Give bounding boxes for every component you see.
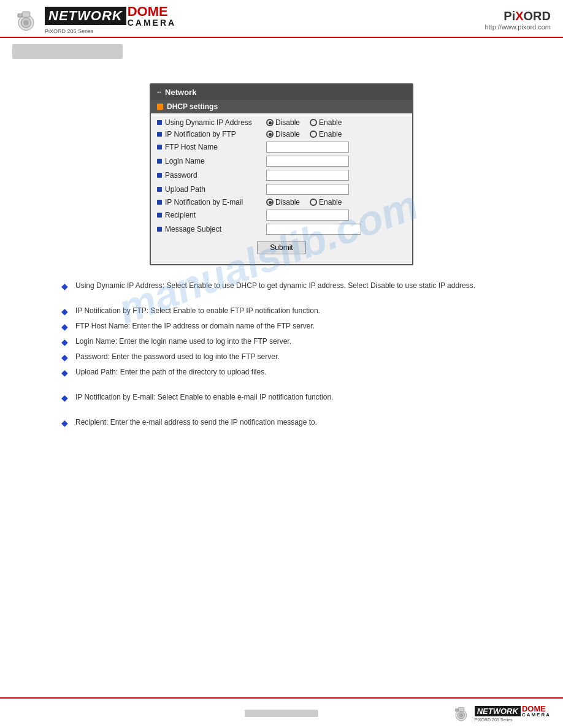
diamond-icon-7: ◆	[61, 393, 68, 403]
main-content: ▪▪ Network DHCP settings Using Dynamic I…	[0, 65, 563, 442]
diamond-icon-1: ◆	[61, 281, 68, 291]
label-ftp-notify: IP Notification by FTP	[157, 130, 261, 138]
diamond-icon-4: ◆	[61, 337, 68, 347]
bullet-text-4: Login Name: Enter the login name used to…	[75, 336, 291, 347]
bullet-login	[157, 159, 162, 164]
form-row-ftp-notify: IP Notification by FTP Disable Enable	[157, 130, 406, 138]
header-right: PiXORD http://www.pixord.com	[484, 9, 551, 31]
x-text: X	[515, 9, 523, 23]
form-row-ftp-host: FTP Host Name	[157, 142, 406, 153]
pixord-url: http://www.pixord.com	[484, 23, 551, 31]
svg-rect-3	[22, 12, 30, 17]
bullet-password	[157, 173, 162, 178]
nav-bar	[12, 44, 123, 59]
form-row-upload-path: Upload Path	[157, 184, 406, 195]
label-email-notify: IP Notification by E-mail	[157, 198, 261, 207]
ftp-host-input[interactable]	[266, 142, 349, 153]
form-row-password: Password	[157, 170, 406, 181]
footer-page-bar	[245, 710, 318, 717]
radio-disable-ftp[interactable]: Disable	[266, 130, 300, 138]
bullet-section: ◆ Using Dynamic IP Address: Select Enabl…	[37, 278, 526, 436]
form-row-login: Login Name	[157, 156, 406, 167]
footer-logo: NETWORK DOME CAMERA PiXORD 205 Series	[451, 703, 551, 723]
bullet-text-7: IP Notification by E-mail: Select Enable…	[75, 392, 333, 403]
radio-disable-email[interactable]: Disable	[266, 198, 300, 207]
password-input[interactable]	[266, 170, 349, 181]
label-upload-path: Upload Path	[157, 185, 261, 194]
svg-rect-9	[455, 709, 458, 711]
radio-enable-dynamic-btn[interactable]	[310, 119, 317, 126]
submit-button[interactable]: Submit	[257, 241, 305, 254]
bullet-item-2: ◆ IP Notification by FTP: Select Enable …	[61, 306, 502, 316]
footer-series: PiXORD 205 Series	[475, 718, 551, 722]
recipient-input[interactable]	[266, 210, 349, 221]
bullet-item-5: ◆ Password: Enter the password used to l…	[61, 352, 502, 362]
bullet-message-subject	[157, 227, 162, 232]
radio-enable-email-btn[interactable]	[310, 199, 317, 206]
bullet-item-4: ◆ Login Name: Enter the login name used …	[61, 336, 502, 347]
radio-disable-dynamic[interactable]: Disable	[266, 118, 300, 127]
camera-text-sub: CAMERA	[128, 18, 176, 27]
ord-text: ORD	[524, 9, 551, 23]
dome-text: DOME	[128, 5, 176, 18]
brand-logo: NETWORK DOME CAMERA PiXORD 205 Series	[45, 5, 176, 34]
label-login: Login Name	[157, 157, 261, 165]
radio-disable-dynamic-btn[interactable]	[266, 119, 274, 126]
section-icon	[157, 104, 163, 110]
footer-network-text: NETWORK	[475, 706, 521, 716]
bullet-item-6: ◆ Upload Path: Enter the path of the dir…	[61, 367, 502, 377]
title-icon: ▪▪	[157, 89, 161, 96]
form-row-dynamic-ip: Using Dynamic IP Address Disable Enable	[157, 118, 406, 127]
bullet-text-2: IP Notification by FTP: Select Enable to…	[75, 306, 320, 316]
page-header: NETWORK DOME CAMERA PiXORD 205 Series Pi…	[0, 0, 563, 38]
svg-point-7	[459, 713, 463, 717]
pi-text: Pi	[504, 9, 515, 23]
network-dialog: ▪▪ Network DHCP settings Using Dynamic I…	[150, 83, 413, 265]
form-row-email-notify: IP Notification by E-mail Disable Enable	[157, 198, 406, 207]
bullet-ftp-notify	[157, 132, 162, 137]
label-password: Password	[157, 171, 261, 180]
radio-email-notify: Disable Enable	[266, 198, 342, 207]
svg-rect-4	[18, 13, 22, 17]
bullet-upload-path	[157, 187, 162, 192]
label-message-subject: Message Subject	[157, 225, 261, 233]
bullet-text-3: FTP Host Name: Enter the IP address or d…	[75, 321, 315, 332]
label-dynamic-ip: Using Dynamic IP Address	[157, 118, 261, 127]
pixord-series: PiXORD 205 Series	[45, 28, 94, 34]
diamond-icon-5: ◆	[61, 352, 68, 362]
label-recipient: Recipient	[157, 211, 261, 219]
bullet-item-8: ◆ Recipient: Enter the e-mail address to…	[61, 417, 502, 428]
radio-enable-dynamic[interactable]: Enable	[310, 118, 342, 127]
diamond-icon-6: ◆	[61, 368, 68, 377]
svg-rect-8	[458, 707, 464, 711]
login-name-input[interactable]	[266, 156, 349, 167]
diamond-icon-2: ◆	[61, 306, 68, 316]
dome-camera-text: DOME CAMERA	[128, 5, 176, 27]
radio-enable-ftp[interactable]: Enable	[310, 130, 342, 138]
radio-enable-ftp-btn[interactable]	[310, 131, 317, 138]
radio-dynamic-ip: Disable Enable	[266, 118, 342, 127]
network-text: NETWORK	[45, 7, 126, 25]
form-row-recipient: Recipient	[157, 210, 406, 221]
upload-path-input[interactable]	[266, 184, 349, 195]
form-row-message-subject: Message Subject	[157, 224, 406, 235]
radio-enable-email[interactable]: Enable	[310, 198, 342, 207]
footer-camera-text: CAMERA	[522, 713, 551, 718]
bullet-text-8: Recipient: Enter the e-mail address to s…	[75, 417, 317, 428]
bullet-ftp-host	[157, 145, 162, 150]
message-subject-input[interactable]	[266, 224, 361, 235]
bullet-text-1: Using Dynamic IP Address: Select Enable …	[75, 281, 475, 291]
radio-disable-ftp-btn[interactable]	[266, 131, 274, 138]
footer-camera-icon	[451, 703, 471, 723]
dialog-title: Network	[165, 88, 196, 97]
bullet-text-5: Password: Enter the password used to log…	[75, 352, 280, 362]
pixord-brand-text: PiXORD	[484, 9, 551, 23]
footer-center	[245, 710, 318, 717]
radio-disable-email-btn[interactable]	[266, 199, 274, 206]
bullet-item-1: ◆ Using Dynamic IP Address: Select Enabl…	[61, 281, 502, 291]
bullet-item-7: ◆ IP Notification by E-mail: Select Enab…	[61, 392, 502, 403]
camera-icon	[12, 6, 40, 34]
bullet-recipient	[157, 213, 162, 218]
bullet-email-notify	[157, 200, 162, 205]
bullet-text-6: Upload Path: Enter the path of the direc…	[75, 367, 267, 377]
